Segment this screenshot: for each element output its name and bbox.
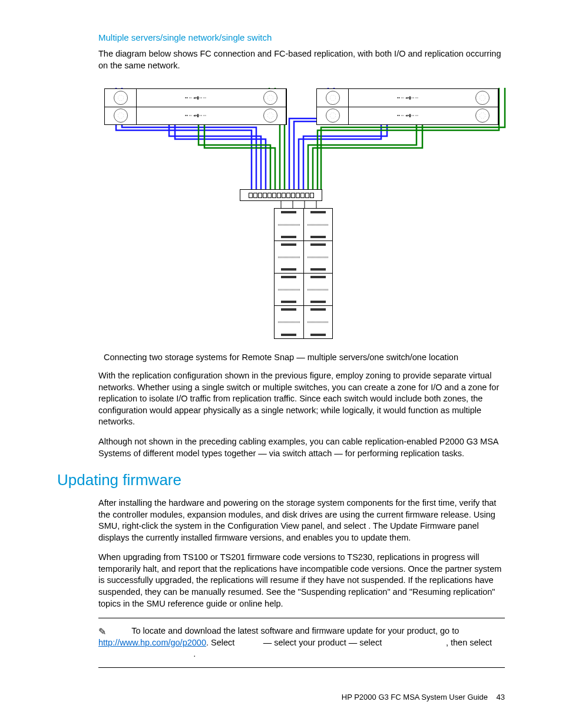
updating-firmware-heading: Updating firmware [57, 471, 505, 489]
cabling-paragraph: Although not shown in the preceding cabl… [98, 436, 505, 459]
divider-top [98, 618, 505, 618]
intro-paragraph: The diagram below shows FC connection an… [98, 48, 505, 71]
zoning-paragraph: With the replication configuration shown… [98, 370, 505, 428]
note-lead: To locate and download the latest softwa… [131, 626, 459, 635]
figure-caption: Connecting two storage systems for Remot… [57, 353, 505, 362]
server-hosts [274, 208, 333, 339]
note-mid1: . Select [206, 638, 237, 647]
storage-system-right: ▪▪ ▫▫ ◂▪▮▫▫ ▫▫ ▪▪ ▫▫ ◂▪▮▫▫ ▫▫ [316, 88, 499, 125]
page-number: 43 [497, 693, 505, 701]
page-footer: HP P2000 G3 FC MSA System User Guide 43 [342, 693, 505, 701]
note-mid3: , then select [446, 638, 492, 647]
network-diagram: ▪▪ ▫▫ ◂▪▮▫▫ ▫▫ ▪▪ ▫▫ ◂▪▮▫▫ ▫▫ ▪▪ ▫▫ ◂▪▮▫… [98, 86, 523, 345]
hp-link[interactable]: http://www.hp.com/go/p2000 [98, 638, 206, 647]
note-block: ✎ To locate and download the latest soft… [98, 625, 505, 660]
firmware-paragraph-2: When upgrading from TS100 or TS201 firmw… [98, 552, 505, 610]
subsection-heading: Multiple servers/single network/single s… [98, 32, 505, 42]
note-end: . [193, 649, 196, 658]
storage-system-left: ▪▪ ▫▫ ◂▪▮▫▫ ▫▫ ▪▪ ▫▫ ◂▪▮▫▫ ▫▫ [104, 88, 287, 125]
divider-bottom [98, 667, 505, 668]
network-switch [240, 189, 322, 201]
note-mid2: — select your product — select [261, 638, 385, 647]
firmware-paragraph-1: After installing the hardware and poweri… [98, 498, 505, 543]
note-icon: ✎ [98, 625, 106, 638]
footer-title: HP P2000 G3 FC MSA System User Guide [342, 693, 488, 701]
